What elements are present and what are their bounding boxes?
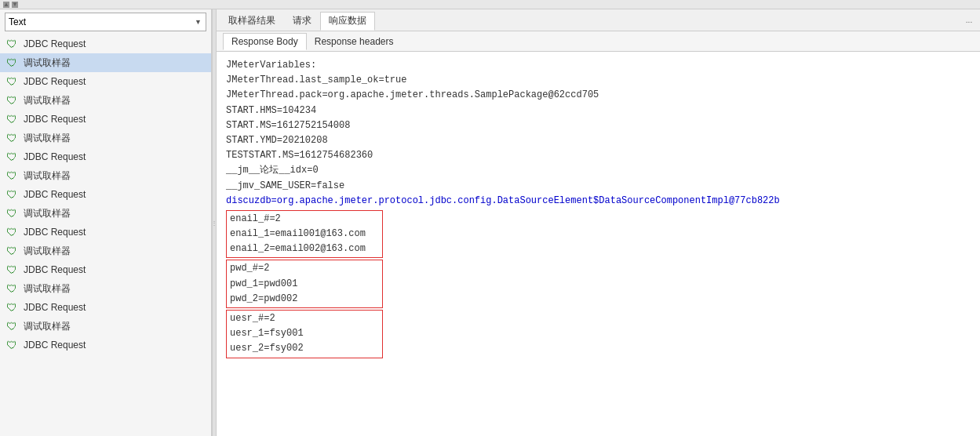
sidebar-item-label: JDBC Request (24, 302, 86, 313)
response-line: pwd_1=pwd001 (230, 277, 379, 292)
response-line: enail_1=email001@163.com (230, 227, 379, 242)
response-line: enail_2=email002@163.com (230, 242, 379, 256)
response-line: pwd_#=2 (230, 261, 379, 276)
sidebar-item[interactable]: 🛡 调试取样器 (0, 204, 211, 223)
select-wrapper: Text (5, 13, 206, 31)
response-line: enail_#=2 (230, 212, 379, 227)
sidebar-item-label: 调试取样器 (24, 56, 71, 70)
tabs-bar: 取样器结果请求响应数据... (217, 9, 980, 31)
sidebar-item-label: 调试取样器 (24, 282, 71, 296)
down-icon[interactable]: ▼ (12, 2, 18, 8)
shield-icon: 🛡 (6, 169, 19, 182)
shield-icon: 🛡 (6, 56, 19, 69)
sidebar-item[interactable]: 🛡 JDBC Request (0, 336, 211, 354)
sub-tab[interactable]: Response Body (223, 33, 307, 50)
sidebar-item[interactable]: 🛡 调试取样器 (0, 317, 211, 336)
sidebar-item-label: JDBC Request (24, 114, 86, 125)
response-line: START.HMS=104234 (226, 104, 971, 118)
shield-icon: 🛡 (6, 339, 19, 351)
sidebar-item-label: JDBC Request (24, 151, 86, 162)
shield-icon: 🛡 (6, 132, 19, 144)
response-line: uesr_2=fsy002 (230, 341, 379, 356)
boxed-section-pwd-box: pwd_#=2pwd_1=pwd001pwd_2=pwd002 (226, 260, 383, 308)
content-area: Text 🛡 JDBC Request 🛡 调试取样器 🛡 JDBC Reque… (0, 9, 980, 436)
response-line: discuzdb=org.apache.jmeter.protocol.jdbc… (226, 194, 971, 209)
sidebar-item-label: 调试取样器 (24, 320, 71, 333)
response-line: __jm__论坛__idx=0 (226, 163, 971, 178)
sidebar-item[interactable]: 🛡 JDBC Request (0, 223, 211, 242)
sidebar-item[interactable]: 🛡 JDBC Request (0, 298, 211, 317)
sidebar: Text 🛡 JDBC Request 🛡 调试取样器 🛡 JDBC Reque… (0, 9, 212, 436)
sidebar-item-label: 调试取样器 (24, 245, 71, 258)
sidebar-item[interactable]: 🛡 JDBC Request (0, 185, 211, 204)
shield-icon: 🛡 (6, 113, 19, 125)
response-line: pwd_2=pwd002 (230, 292, 379, 307)
shield-icon: 🛡 (6, 263, 19, 276)
sidebar-item-label: JDBC Request (24, 189, 86, 200)
main-tab[interactable]: 取样器结果 (220, 12, 284, 31)
text-dropdown[interactable]: Text (5, 13, 206, 31)
main-container: ▲ ▼ Text 🛡 JDBC Request 🛡 调试取样器 🛡 JDBC R… (0, 0, 980, 436)
sidebar-item-label: 调试取样器 (24, 132, 71, 145)
shield-icon: 🛡 (6, 38, 19, 50)
response-line: START.YMD=20210208 (226, 133, 971, 148)
sidebar-list: 🛡 JDBC Request 🛡 调试取样器 🛡 JDBC Request 🛡 … (0, 35, 211, 436)
response-body: JMeterVariables:JMeterThread.last_sample… (217, 52, 980, 436)
response-line: JMeterVariables: (226, 58, 971, 73)
shield-icon: 🛡 (6, 245, 19, 257)
response-line: START.MS=1612752154008 (226, 118, 971, 133)
sidebar-item[interactable]: 🛡 调试取样器 (0, 166, 211, 185)
sidebar-item-label: 调试取样器 (24, 94, 71, 107)
shield-icon: 🛡 (6, 94, 19, 107)
shield-icon: 🛡 (6, 226, 19, 238)
sidebar-item[interactable]: 🛡 JDBC Request (0, 260, 211, 279)
sidebar-item[interactable]: 🛡 调试取样器 (0, 91, 211, 110)
sidebar-item[interactable]: 🛡 JDBC Request (0, 110, 211, 129)
shield-icon: 🛡 (6, 151, 19, 163)
sidebar-item-label: JDBC Request (24, 340, 86, 351)
response-line: __jmv_SAME_USER=false (226, 179, 971, 194)
shield-icon: 🛡 (6, 282, 19, 295)
main-tab[interactable]: 请求 (284, 12, 320, 31)
sidebar-item[interactable]: 🛡 JDBC Request (0, 147, 211, 166)
response-line: uesr_1=fsy001 (230, 326, 379, 341)
sidebar-item-label: JDBC Request (24, 227, 86, 238)
sidebar-item[interactable]: 🛡 调试取样器 (0, 242, 211, 260)
shield-icon: 🛡 (6, 207, 19, 220)
up-icon[interactable]: ▲ (3, 2, 9, 8)
sub-tabs-bar: Response BodyResponse headers (217, 31, 980, 52)
boxed-section-email-box: enail_#=2enail_1=email001@163.comenail_2… (226, 210, 383, 259)
sidebar-item[interactable]: 🛡 调试取样器 (0, 279, 211, 298)
response-line: TESTSTART.MS=1612754682360 (226, 148, 971, 163)
top-bar: ▲ ▼ (0, 0, 980, 9)
shield-icon: 🛡 (6, 75, 19, 88)
sub-tab[interactable]: Response headers (307, 34, 402, 49)
sidebar-item-label: 调试取样器 (24, 169, 71, 183)
shield-icon: 🛡 (6, 188, 19, 201)
response-line: JMeterThread.pack=org.apache.jmeter.thre… (226, 88, 971, 103)
tabs-more-button[interactable]: ... (961, 13, 977, 28)
boxed-section-user-box: uesr_#=2uesr_1=fsy001uesr_2=fsy002 (226, 310, 383, 358)
sidebar-item-label: JDBC Request (24, 264, 86, 275)
sidebar-item[interactable]: 🛡 调试取样器 (0, 53, 211, 72)
sidebar-dropdown-wrapper: Text (5, 13, 206, 31)
sidebar-item-label: JDBC Request (24, 38, 86, 49)
main-tab[interactable]: 响应数据 (320, 12, 375, 31)
sidebar-item-label: JDBC Request (24, 76, 86, 87)
response-line: uesr_#=2 (230, 311, 379, 326)
shield-icon: 🛡 (6, 320, 19, 332)
top-bar-icons: ▲ ▼ (3, 2, 18, 8)
sidebar-item[interactable]: 🛡 JDBC Request (0, 35, 211, 53)
shield-icon: 🛡 (6, 301, 19, 314)
response-line: JMeterThread.last_sample_ok=true (226, 73, 971, 88)
sidebar-item-label: 调试取样器 (24, 207, 71, 220)
sidebar-item[interactable]: 🛡 调试取样器 (0, 129, 211, 147)
sidebar-item[interactable]: 🛡 JDBC Request (0, 72, 211, 91)
right-panel: 取样器结果请求响应数据... Response BodyResponse hea… (217, 9, 980, 436)
